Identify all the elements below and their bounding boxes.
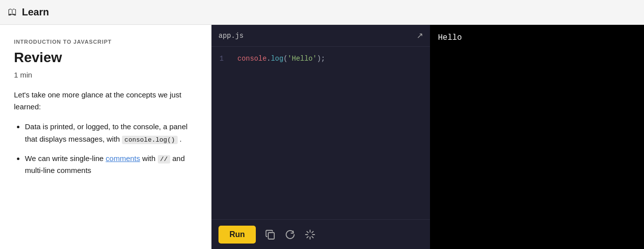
copy-icon[interactable] bbox=[265, 229, 276, 240]
header-title: Learn bbox=[22, 6, 49, 18]
run-button[interactable]: Run bbox=[218, 226, 256, 244]
code-console: console bbox=[237, 55, 267, 63]
main-layout: INTRODUCTION TO JAVASCRIPT Review 1 min … bbox=[0, 25, 644, 249]
bullet-2-text-before: We can write single-line bbox=[25, 154, 106, 163]
book-icon: 🕮 bbox=[8, 7, 17, 17]
lesson-title: Review bbox=[14, 50, 197, 66]
list-item: Data is printed, or logged, to the conso… bbox=[25, 121, 197, 146]
svg-rect-0 bbox=[268, 233, 274, 239]
bullet-1-text-after: . bbox=[178, 135, 182, 143]
code-oparen: ( bbox=[283, 55, 287, 63]
header: 🕮 Learn bbox=[0, 0, 644, 25]
editor-tab-name: app.js bbox=[218, 32, 243, 40]
bullet-2-text-middle: with bbox=[140, 154, 157, 163]
expand-icon[interactable]: ↗ bbox=[417, 31, 423, 40]
refresh-icon[interactable] bbox=[285, 229, 296, 240]
magic-icon[interactable] bbox=[305, 229, 316, 240]
lesson-duration: 1 min bbox=[14, 71, 197, 79]
inline-code-consolelog: console.log() bbox=[122, 136, 177, 144]
editor-tab-bar: app.js ↗ bbox=[212, 25, 430, 47]
editor-panel: app.js ↗ 1 console.log('Hello'); Run bbox=[212, 25, 430, 249]
svg-line-5 bbox=[307, 231, 309, 233]
code-log: log bbox=[271, 55, 283, 63]
svg-line-8 bbox=[307, 236, 309, 238]
line-number-1: 1 bbox=[219, 55, 227, 63]
output-text: Hello bbox=[438, 33, 462, 42]
left-panel: INTRODUCTION TO JAVASCRIPT Review 1 min … bbox=[0, 25, 212, 249]
code-cparen: ); bbox=[317, 55, 325, 63]
code-string: 'Hello' bbox=[288, 55, 317, 63]
comments-link[interactable]: comments bbox=[106, 154, 140, 163]
list-item: We can write single-line comments with /… bbox=[25, 153, 197, 177]
code-content-1: console.log('Hello'); bbox=[237, 55, 325, 63]
bullet-list: Data is printed, or logged, to the conso… bbox=[14, 121, 197, 177]
code-line-1: 1 console.log('Hello'); bbox=[219, 55, 422, 63]
code-dot: . bbox=[267, 55, 271, 63]
output-panel: Hello bbox=[430, 25, 644, 249]
svg-line-7 bbox=[312, 231, 314, 233]
section-label: INTRODUCTION TO JAVASCRIPT bbox=[14, 39, 197, 45]
lesson-intro: Let's take one more glance at the concep… bbox=[14, 89, 197, 113]
editor-toolbar: Run bbox=[212, 219, 430, 249]
svg-line-6 bbox=[312, 236, 314, 238]
inline-code-singleline: // bbox=[158, 155, 171, 164]
editor-body: 1 console.log('Hello'); bbox=[212, 47, 430, 219]
